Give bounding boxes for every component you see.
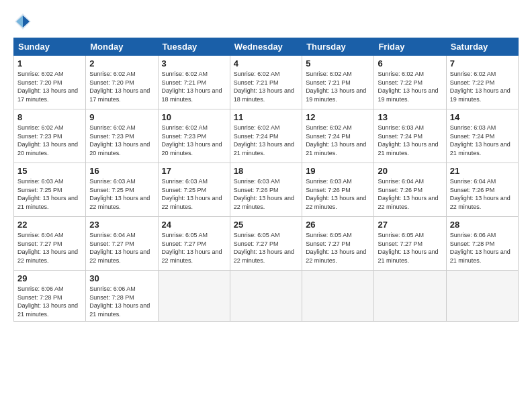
day-number: 22: [17, 220, 82, 230]
day-info: Sunrise: 6:02 AMSunset: 7:23 PMDaylight:…: [89, 124, 154, 157]
column-header-tuesday: Tuesday: [158, 38, 230, 56]
day-info: Sunrise: 6:03 AMSunset: 7:24 PMDaylight:…: [378, 124, 442, 157]
day-number: 26: [306, 220, 370, 230]
column-header-thursday: Thursday: [302, 38, 374, 56]
column-header-saturday: Saturday: [446, 38, 518, 56]
day-number: 20: [378, 166, 442, 176]
day-number: 27: [378, 220, 442, 230]
calendar-cell: 22Sunrise: 6:04 AMSunset: 7:27 PMDayligh…: [14, 217, 86, 271]
day-number: 25: [234, 220, 298, 230]
day-info: Sunrise: 6:06 AMSunset: 7:28 PMDaylight:…: [450, 231, 515, 265]
day-number: 15: [17, 166, 82, 176]
calendar-cell: 12Sunrise: 6:02 AMSunset: 7:24 PMDayligh…: [302, 109, 374, 163]
column-header-sunday: Sunday: [14, 38, 86, 56]
column-header-wednesday: Wednesday: [230, 38, 302, 56]
calendar-week-row: 8Sunrise: 6:02 AMSunset: 7:23 PMDaylight…: [14, 109, 519, 163]
day-number: 13: [378, 112, 442, 122]
calendar-header-row: SundayMondayTuesdayWednesdayThursdayFrid…: [14, 38, 519, 56]
calendar-cell: 5Sunrise: 6:02 AMSunset: 7:21 PMDaylight…: [302, 56, 374, 109]
header: [13, 12, 519, 31]
calendar-cell: 20Sunrise: 6:04 AMSunset: 7:26 PMDayligh…: [374, 163, 446, 217]
day-info: Sunrise: 6:05 AMSunset: 7:27 PMDaylight:…: [234, 231, 298, 265]
calendar-cell: 21Sunrise: 6:04 AMSunset: 7:26 PMDayligh…: [446, 163, 518, 217]
day-info: Sunrise: 6:06 AMSunset: 7:28 PMDaylight:…: [17, 285, 82, 318]
calendar-week-row: 15Sunrise: 6:03 AMSunset: 7:25 PMDayligh…: [14, 163, 519, 217]
day-number: 5: [306, 58, 370, 68]
day-number: 2: [89, 58, 154, 68]
calendar-cell: [374, 271, 446, 322]
column-header-friday: Friday: [374, 38, 446, 56]
calendar-cell: [158, 271, 230, 322]
day-number: 19: [306, 166, 370, 176]
day-info: Sunrise: 6:03 AMSunset: 7:25 PMDaylight:…: [89, 177, 154, 211]
day-info: Sunrise: 6:04 AMSunset: 7:27 PMDaylight:…: [89, 231, 154, 265]
day-number: 14: [450, 112, 515, 122]
calendar-cell: 16Sunrise: 6:03 AMSunset: 7:25 PMDayligh…: [86, 163, 158, 217]
day-number: 11: [234, 112, 298, 122]
calendar-cell: 24Sunrise: 6:05 AMSunset: 7:27 PMDayligh…: [158, 217, 230, 271]
calendar-cell: 19Sunrise: 6:03 AMSunset: 7:26 PMDayligh…: [302, 163, 374, 217]
day-info: Sunrise: 6:03 AMSunset: 7:26 PMDaylight:…: [306, 177, 370, 211]
calendar-cell: 27Sunrise: 6:05 AMSunset: 7:27 PMDayligh…: [374, 217, 446, 271]
calendar-cell: [230, 271, 302, 322]
day-info: Sunrise: 6:02 AMSunset: 7:20 PMDaylight:…: [89, 70, 154, 103]
day-number: 6: [378, 58, 442, 68]
calendar-cell: 17Sunrise: 6:03 AMSunset: 7:25 PMDayligh…: [158, 163, 230, 217]
day-info: Sunrise: 6:02 AMSunset: 7:20 PMDaylight:…: [17, 70, 82, 103]
calendar-cell: 4Sunrise: 6:02 AMSunset: 7:21 PMDaylight…: [230, 56, 302, 109]
day-number: 16: [89, 166, 154, 176]
day-info: Sunrise: 6:06 AMSunset: 7:28 PMDaylight:…: [89, 285, 154, 318]
day-number: 28: [450, 220, 515, 230]
day-info: Sunrise: 6:04 AMSunset: 7:26 PMDaylight:…: [450, 177, 515, 211]
day-number: 9: [89, 112, 154, 122]
day-number: 1: [17, 58, 82, 68]
calendar-cell: 18Sunrise: 6:03 AMSunset: 7:26 PMDayligh…: [230, 163, 302, 217]
day-number: 3: [162, 58, 226, 68]
day-number: 24: [162, 220, 226, 230]
logo-icon: [13, 12, 32, 31]
calendar-cell: 23Sunrise: 6:04 AMSunset: 7:27 PMDayligh…: [86, 217, 158, 271]
day-info: Sunrise: 6:02 AMSunset: 7:24 PMDaylight:…: [234, 124, 298, 157]
calendar-cell: 25Sunrise: 6:05 AMSunset: 7:27 PMDayligh…: [230, 217, 302, 271]
calendar-cell: 1Sunrise: 6:02 AMSunset: 7:20 PMDaylight…: [14, 56, 86, 109]
calendar-cell: 26Sunrise: 6:05 AMSunset: 7:27 PMDayligh…: [302, 217, 374, 271]
day-info: Sunrise: 6:02 AMSunset: 7:21 PMDaylight:…: [162, 70, 226, 103]
day-info: Sunrise: 6:02 AMSunset: 7:21 PMDaylight:…: [306, 70, 370, 103]
day-info: Sunrise: 6:05 AMSunset: 7:27 PMDaylight:…: [162, 231, 226, 265]
calendar-cell: 9Sunrise: 6:02 AMSunset: 7:23 PMDaylight…: [86, 109, 158, 163]
day-info: Sunrise: 6:02 AMSunset: 7:23 PMDaylight:…: [162, 124, 226, 157]
day-number: 10: [162, 112, 226, 122]
calendar-cell: 7Sunrise: 6:02 AMSunset: 7:22 PMDaylight…: [446, 56, 518, 109]
calendar-cell: 29Sunrise: 6:06 AMSunset: 7:28 PMDayligh…: [14, 271, 86, 322]
day-info: Sunrise: 6:05 AMSunset: 7:27 PMDaylight:…: [306, 231, 370, 265]
day-number: 18: [234, 166, 298, 176]
calendar-week-row: 1Sunrise: 6:02 AMSunset: 7:20 PMDaylight…: [14, 56, 519, 109]
day-info: Sunrise: 6:04 AMSunset: 7:27 PMDaylight:…: [17, 231, 82, 265]
calendar-cell: 28Sunrise: 6:06 AMSunset: 7:28 PMDayligh…: [446, 217, 518, 271]
day-number: 21: [450, 166, 515, 176]
day-info: Sunrise: 6:02 AMSunset: 7:24 PMDaylight:…: [306, 124, 370, 157]
calendar-cell: 3Sunrise: 6:02 AMSunset: 7:21 PMDaylight…: [158, 56, 230, 109]
day-info: Sunrise: 6:02 AMSunset: 7:21 PMDaylight:…: [234, 70, 298, 103]
day-number: 17: [162, 166, 226, 176]
day-info: Sunrise: 6:03 AMSunset: 7:25 PMDaylight:…: [17, 177, 82, 211]
calendar-cell: [302, 271, 374, 322]
day-info: Sunrise: 6:03 AMSunset: 7:26 PMDaylight:…: [234, 177, 298, 211]
day-number: 23: [89, 220, 154, 230]
day-number: 8: [17, 112, 82, 122]
calendar-cell: 6Sunrise: 6:02 AMSunset: 7:22 PMDaylight…: [374, 56, 446, 109]
day-number: 4: [234, 58, 298, 68]
calendar: SundayMondayTuesdayWednesdayThursdayFrid…: [13, 38, 519, 322]
calendar-week-row: 22Sunrise: 6:04 AMSunset: 7:27 PMDayligh…: [14, 217, 519, 271]
day-number: 7: [450, 58, 515, 68]
day-info: Sunrise: 6:02 AMSunset: 7:23 PMDaylight:…: [17, 124, 82, 157]
calendar-cell: 13Sunrise: 6:03 AMSunset: 7:24 PMDayligh…: [374, 109, 446, 163]
calendar-week-row: 29Sunrise: 6:06 AMSunset: 7:28 PMDayligh…: [14, 271, 519, 322]
day-info: Sunrise: 6:04 AMSunset: 7:26 PMDaylight:…: [378, 177, 442, 211]
logo: [13, 12, 35, 31]
day-number: 30: [89, 273, 154, 283]
calendar-cell: 14Sunrise: 6:03 AMSunset: 7:24 PMDayligh…: [446, 109, 518, 163]
calendar-cell: 30Sunrise: 6:06 AMSunset: 7:28 PMDayligh…: [86, 271, 158, 322]
calendar-cell: 10Sunrise: 6:02 AMSunset: 7:23 PMDayligh…: [158, 109, 230, 163]
calendar-cell: 2Sunrise: 6:02 AMSunset: 7:20 PMDaylight…: [86, 56, 158, 109]
